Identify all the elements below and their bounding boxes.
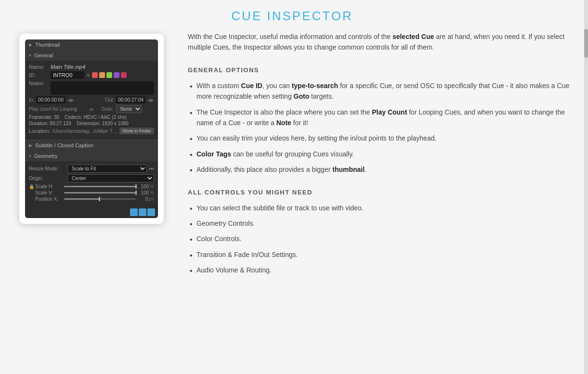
bold-type-to-search: type-to-search: [292, 82, 338, 90]
in-out-row: In: 00:00:00:00 ◀▶ Out: 00:00:27:04 ◀▶: [29, 96, 154, 103]
position-x-unit: px: [149, 196, 154, 202]
framerate-row: Framerate: 30 Codecs: HEVC / AAC (2 chs): [29, 115, 154, 120]
color-dot-orange[interactable]: [99, 72, 105, 78]
in-arrow-icon[interactable]: ◀▶: [67, 98, 74, 103]
subtitle-arrow-icon: ▶: [29, 143, 32, 148]
thumbnail-label: Thumbnail: [35, 42, 60, 48]
bottom-icon-2[interactable]: [139, 208, 146, 216]
scale-h-label: Scale H:: [35, 184, 64, 189]
name-field-row: Name: Main Title.mp4: [29, 64, 154, 70]
list-item: Audio Volume & Routing.: [188, 265, 570, 275]
id-input[interactable]: [51, 71, 84, 79]
duration-value: 00:27.133: [50, 121, 71, 126]
scale-v-slider[interactable]: [64, 192, 137, 193]
scale-h-slider[interactable]: [64, 186, 137, 187]
dimension-label: Dimension:: [77, 121, 101, 126]
dimension-value: 1920 x 1080: [102, 121, 129, 126]
intro-paragraph: With the Cue Inspector, useful media inf…: [188, 31, 570, 53]
intro-bold-selected-cue: selected Cue: [392, 33, 434, 40]
list-item: Transition & Fade In/Out Settings.: [188, 249, 570, 260]
scale-h-row: 🔒 Scale H: 100 %: [29, 184, 154, 189]
play-count-value: ∞: [90, 106, 94, 113]
all-controls-list: You can select the subtitle file or trac…: [188, 203, 570, 276]
notes-input[interactable]: [51, 81, 154, 95]
general-section-header[interactable]: ▾ General: [25, 50, 158, 61]
page-header: CUE INSPECTOR: [0, 0, 584, 31]
duration-row: Duration: 00:27.133 Dimension: 1920 x 10…: [29, 121, 154, 126]
color-dot-pink[interactable]: [121, 72, 127, 78]
scale-v-unit: %: [150, 190, 154, 195]
origin-label: Origin:: [29, 176, 67, 181]
list-item: Color Controls.: [188, 233, 570, 244]
codecs-value: HEVC / AAC (2 chs): [83, 115, 126, 120]
geometry-section-header[interactable]: ▾ Geometry: [25, 151, 158, 161]
framerate-value: 30: [54, 115, 59, 120]
resize-mode-row: Resize Mode: Scale to Fit •••: [29, 165, 154, 173]
bottom-icon-3[interactable]: [147, 208, 155, 216]
list-item: Color Tags can be useful for grouping Cu…: [188, 149, 570, 159]
subtitle-section: ▶ Subtitle / Closed Caption: [25, 140, 158, 151]
right-content: With the Cue Inspector, useful media inf…: [183, 31, 570, 289]
lock-icon[interactable]: 🔒: [29, 184, 34, 189]
subtitle-section-header[interactable]: ▶ Subtitle / Closed Caption: [25, 140, 158, 151]
bold-cue-id: Cue ID: [241, 82, 262, 90]
list-item: With a custom Cue ID, you can type-to-se…: [188, 80, 570, 102]
position-x-slider[interactable]: [64, 198, 136, 200]
bold-color-tags: Color Tags: [196, 150, 231, 158]
scrollbar-track[interactable]: [584, 0, 588, 374]
list-item: The Cue Inspector is also the place wher…: [188, 107, 570, 129]
list-item: You can select the subtitle file or trac…: [188, 203, 570, 213]
bottom-icon-1[interactable]: [130, 208, 138, 216]
duration-label: Duration:: [29, 121, 49, 126]
geometry-section-body: Resize Mode: Scale to Fit ••• Origin: Ce…: [25, 161, 158, 206]
location-label: Location:: [29, 128, 51, 134]
codecs-label: Codecs:: [65, 115, 82, 120]
location-row: Location: /Users/tamasnag.../s/Main Titl…: [29, 128, 154, 134]
resize-mode-select[interactable]: Scale to Fit: [67, 165, 147, 173]
id-field-row: ID: ✕: [29, 71, 154, 79]
inspector-card-wrapper: ▶ Thumbnail ▾ General Name: Main Title.m…: [19, 34, 164, 224]
in-value: 00:00:00:00: [36, 96, 65, 103]
name-label: Name:: [29, 64, 51, 70]
page-title: CUE INSPECTOR: [0, 9, 584, 24]
general-options-list: With a custom Cue ID, you can type-to-se…: [188, 80, 570, 175]
color-dot-purple[interactable]: [114, 72, 119, 78]
list-item: Additionally, this place also provides a…: [188, 164, 570, 175]
notes-field-row: Notes:: [29, 80, 154, 95]
out-value: 00:00:27:04: [116, 96, 145, 103]
general-options-section: GENERAL OPTIONS With a custom Cue ID, yo…: [188, 66, 570, 175]
bold-goto: Goto: [294, 92, 310, 100]
play-count-row: Play count for Looping: ∞ Goto: None: [29, 105, 154, 113]
color-dot-red[interactable]: [92, 72, 98, 78]
color-dot-green[interactable]: [106, 72, 112, 78]
position-x-value: 0: [136, 196, 148, 202]
general-arrow-icon: ▾: [29, 53, 31, 58]
scale-h-unit: %: [150, 184, 154, 189]
framerate-label: Framerate:: [29, 115, 52, 120]
position-x-row: 🔒 Position X: 0 px: [29, 196, 154, 202]
origin-select[interactable]: Center: [67, 174, 154, 182]
scale-v-row: 🔒 Scale V: 100 %: [29, 190, 154, 195]
notes-label: Notes:: [29, 80, 51, 86]
name-value: Main Title.mp4: [51, 64, 85, 70]
thumbnail-arrow-icon: ▶: [29, 42, 32, 47]
position-x-label: Position X:: [35, 196, 64, 202]
thumbnail-section-header[interactable]: ▶ Thumbnail: [25, 39, 158, 50]
location-value: /Users/tamasnag.../s/Main Title.mp4: [52, 129, 118, 134]
out-label: Out:: [105, 97, 114, 103]
subtitle-label: Subtitle / Closed Caption: [35, 142, 93, 148]
id-clear-icon[interactable]: ✕: [86, 73, 90, 78]
resize-mode-options-icon[interactable]: •••: [149, 166, 154, 171]
out-arrow-icon[interactable]: ◀▶: [147, 98, 154, 103]
left-panel: ▶ Thumbnail ▾ General Name: Main Title.m…: [14, 31, 169, 289]
scale-v-value: 100: [137, 190, 149, 195]
goto-select[interactable]: None: [116, 105, 142, 113]
show-in-finder-button[interactable]: Show in Finder: [119, 128, 154, 134]
scrollbar-thumb[interactable]: [584, 29, 588, 58]
bold-thumbnail: thumbnail: [332, 166, 365, 173]
goto-label: Goto:: [102, 106, 113, 112]
inspector-panel: ▶ Thumbnail ▾ General Name: Main Title.m…: [25, 39, 158, 218]
all-controls-section: ALL CONTROLS YOU MIGHT NEED You can sele…: [188, 189, 570, 276]
id-label: ID:: [29, 72, 51, 78]
origin-row: Origin: Center: [29, 174, 154, 182]
